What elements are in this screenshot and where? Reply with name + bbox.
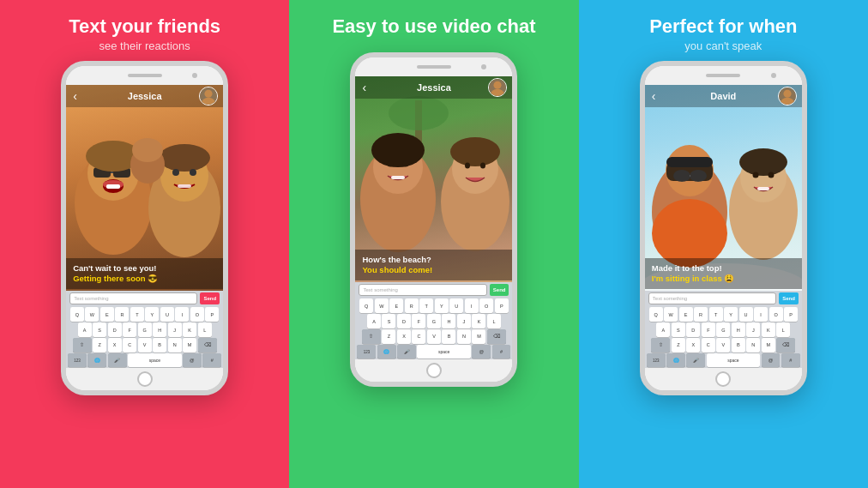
kb-key-U-3[interactable]: U xyxy=(739,307,753,322)
kb-key-J-1[interactable]: J xyxy=(168,322,182,337)
kb-key-D-3[interactable]: D xyxy=(686,322,700,337)
kb-key-V-2[interactable]: V xyxy=(427,329,441,344)
kb-key-L-2[interactable]: L xyxy=(487,314,501,328)
kb-key-P-2[interactable]: P xyxy=(495,298,509,313)
kb-globe-1[interactable]: 🌐 xyxy=(87,353,106,368)
kb-key-J-2[interactable]: J xyxy=(457,314,471,328)
kb-shift-1[interactable]: ⇧ xyxy=(73,338,92,352)
kb-key-A-3[interactable]: A xyxy=(656,322,670,337)
kb-mic-1[interactable]: 🎤 xyxy=(108,353,127,368)
send-button-1[interactable]: Send xyxy=(200,292,220,304)
kb-key-K-2[interactable]: K xyxy=(472,314,485,328)
kb-key-H-2[interactable]: H xyxy=(442,314,455,328)
kb-key-W-1[interactable]: W xyxy=(85,307,99,322)
kb-key-V-1[interactable]: V xyxy=(138,338,152,352)
kb-key-I-1[interactable]: I xyxy=(175,307,189,322)
kb-key-U-1[interactable]: U xyxy=(160,307,174,322)
send-button-2[interactable]: Send xyxy=(490,284,509,296)
kb-mic-3[interactable]: 🎤 xyxy=(686,353,705,368)
back-btn-2[interactable]: ‹ xyxy=(362,81,366,94)
back-btn-1[interactable]: ‹ xyxy=(73,89,77,103)
kb-key-B-3[interactable]: B xyxy=(732,338,745,352)
kb-key-M-1[interactable]: M xyxy=(183,338,196,352)
kb-key-C-2[interactable]: C xyxy=(412,329,425,344)
kb-key-R-1[interactable]: R xyxy=(115,307,129,322)
kb-hash-2[interactable]: # xyxy=(492,345,511,359)
kb-key-X-1[interactable]: X xyxy=(108,338,122,352)
kb-key-E-1[interactable]: E xyxy=(100,307,114,322)
kb-key-H-3[interactable]: H xyxy=(732,322,745,337)
kb-key-M-3[interactable]: M xyxy=(762,338,775,352)
kb-space-2[interactable]: space xyxy=(417,345,470,359)
kb-key-P-3[interactable]: P xyxy=(784,307,798,322)
kb-key-I-2[interactable]: I xyxy=(465,298,479,313)
kb-delete-1[interactable]: ⌫ xyxy=(198,338,217,352)
kb-key-M-2[interactable]: M xyxy=(472,329,485,344)
kb-space-1[interactable]: space xyxy=(128,353,181,368)
kb-key-R-2[interactable]: R xyxy=(405,298,419,313)
kb-123-1[interactable]: 123 xyxy=(68,353,87,368)
screen-avatar-1[interactable] xyxy=(199,87,218,105)
kb-key-A-2[interactable]: A xyxy=(367,314,381,328)
screen-avatar-2[interactable] xyxy=(488,78,507,97)
kb-key-A-1[interactable]: A xyxy=(78,322,92,337)
text-input-field-3[interactable]: Text something xyxy=(648,292,776,304)
kb-key-Z-2[interactable]: Z xyxy=(382,329,395,344)
kb-key-K-1[interactable]: K xyxy=(183,322,196,337)
kb-key-S-2[interactable]: S xyxy=(382,314,395,328)
text-input-field-2[interactable]: Text something xyxy=(359,284,486,296)
kb-key-V-3[interactable]: V xyxy=(716,338,730,352)
kb-space-3[interactable]: space xyxy=(707,353,760,368)
kb-hash-1[interactable]: # xyxy=(202,353,221,368)
kb-shift-2[interactable]: ⇧ xyxy=(362,329,381,344)
back-btn-3[interactable]: ‹ xyxy=(652,89,656,103)
kb-key-H-1[interactable]: H xyxy=(153,322,166,337)
kb-key-N-3[interactable]: N xyxy=(746,338,760,352)
kb-key-L-3[interactable]: L xyxy=(776,322,790,337)
kb-key-G-3[interactable]: G xyxy=(716,322,730,337)
text-input-field-1[interactable]: Text something xyxy=(69,292,197,304)
kb-key-T-3[interactable]: T xyxy=(709,307,723,322)
kb-key-F-2[interactable]: F xyxy=(412,314,425,328)
kb-key-O-2[interactable]: O xyxy=(479,298,493,313)
kb-hash-3[interactable]: # xyxy=(781,353,800,368)
phone-home-btn-2[interactable] xyxy=(426,363,442,378)
kb-key-O-1[interactable]: O xyxy=(190,307,204,322)
kb-key-W-2[interactable]: W xyxy=(375,298,389,313)
kb-123-3[interactable]: 123 xyxy=(647,353,666,368)
kb-key-O-3[interactable]: O xyxy=(769,307,783,322)
kb-key-D-2[interactable]: D xyxy=(397,314,411,328)
kb-key-C-3[interactable]: C xyxy=(702,338,715,352)
kb-at-1[interactable]: @ xyxy=(183,353,202,368)
kb-key-Y-1[interactable]: Y xyxy=(145,307,159,322)
send-button-3[interactable]: Send xyxy=(779,292,799,304)
kb-key-B-2[interactable]: B xyxy=(442,329,455,344)
kb-key-J-3[interactable]: J xyxy=(746,322,760,337)
kb-key-G-1[interactable]: G xyxy=(138,322,152,337)
kb-key-T-2[interactable]: T xyxy=(419,298,433,313)
kb-key-C-1[interactable]: C xyxy=(123,338,136,352)
kb-delete-3[interactable]: ⌫ xyxy=(776,338,795,352)
kb-key-N-2[interactable]: N xyxy=(457,329,471,344)
kb-key-T-1[interactable]: T xyxy=(130,307,144,322)
kb-123-2[interactable]: 123 xyxy=(357,345,376,359)
kb-key-Z-1[interactable]: Z xyxy=(93,338,106,352)
kb-key-Q-2[interactable]: Q xyxy=(359,298,373,313)
kb-key-S-3[interactable]: S xyxy=(672,322,685,337)
kb-key-Y-3[interactable]: Y xyxy=(724,307,738,322)
kb-shift-3[interactable]: ⇧ xyxy=(651,338,670,352)
screen-avatar-3[interactable] xyxy=(778,87,797,105)
kb-at-3[interactable]: @ xyxy=(762,353,781,368)
kb-key-R-3[interactable]: R xyxy=(694,307,708,322)
kb-globe-3[interactable]: 🌐 xyxy=(666,353,685,368)
kb-key-Z-3[interactable]: Z xyxy=(672,338,685,352)
kb-key-X-2[interactable]: X xyxy=(397,329,411,344)
kb-key-U-2[interactable]: U xyxy=(449,298,463,313)
kb-key-G-2[interactable]: G xyxy=(427,314,441,328)
kb-key-S-1[interactable]: S xyxy=(93,322,106,337)
phone-home-btn-1[interactable] xyxy=(137,371,153,387)
kb-key-Q-3[interactable]: Q xyxy=(649,307,663,322)
kb-key-N-1[interactable]: N xyxy=(168,338,182,352)
kb-key-Q-1[interactable]: Q xyxy=(70,307,84,322)
kb-key-I-3[interactable]: I xyxy=(754,307,768,322)
